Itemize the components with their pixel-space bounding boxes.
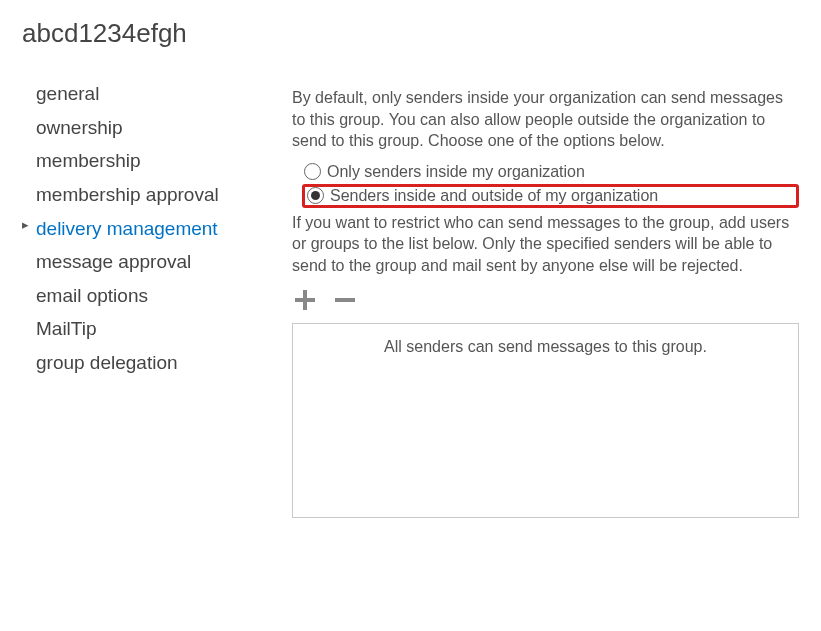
sidebar-item-group-delegation[interactable]: group delegation (22, 346, 252, 380)
svg-rect-1 (295, 298, 315, 302)
sidebar-item-delivery-management[interactable]: delivery management (22, 212, 252, 246)
radio-icon (304, 163, 321, 180)
page-title: abcd1234efgh (22, 18, 799, 49)
sidebar-item-label: general (36, 83, 99, 104)
remove-sender-button[interactable] (332, 287, 358, 313)
sender-scope-radio-group: Only senders inside my organization Send… (302, 160, 799, 208)
sidebar-item-membership-approval[interactable]: membership approval (22, 178, 252, 212)
radio-inside-outside[interactable]: Senders inside and outside of my organiz… (302, 184, 799, 208)
plus-icon (294, 289, 316, 311)
sidebar-item-label: MailTip (36, 318, 97, 339)
sidebar-nav: general ownership membership membership … (22, 77, 252, 518)
radio-label: Senders inside and outside of my organiz… (330, 187, 658, 205)
restrict-text: If you want to restrict who can send mes… (292, 212, 799, 277)
allowed-senders-listbox[interactable]: All senders can send messages to this gr… (292, 323, 799, 518)
svg-rect-2 (335, 298, 355, 302)
sidebar-item-label: delivery management (36, 218, 218, 239)
sidebar-item-membership[interactable]: membership (22, 144, 252, 178)
sidebar-item-label: group delegation (36, 352, 178, 373)
add-sender-button[interactable] (292, 287, 318, 313)
intro-text: By default, only senders inside your org… (292, 87, 799, 152)
main-content: By default, only senders inside your org… (292, 77, 799, 518)
sidebar-item-email-options[interactable]: email options (22, 279, 252, 313)
sidebar-item-message-approval[interactable]: message approval (22, 245, 252, 279)
sidebar-item-mailtip[interactable]: MailTip (22, 312, 252, 346)
sidebar-item-label: membership (36, 150, 141, 171)
minus-icon (334, 289, 356, 311)
radio-label: Only senders inside my organization (327, 163, 585, 181)
sender-list-toolbar (292, 287, 799, 313)
sidebar-item-label: ownership (36, 117, 123, 138)
sidebar-item-label: email options (36, 285, 148, 306)
sidebar-item-label: message approval (36, 251, 191, 272)
sidebar-item-ownership[interactable]: ownership (22, 111, 252, 145)
listbox-empty-text: All senders can send messages to this gr… (384, 338, 707, 355)
sidebar-item-label: membership approval (36, 184, 219, 205)
radio-icon (307, 187, 324, 204)
radio-inside-only[interactable]: Only senders inside my organization (302, 160, 799, 184)
sidebar-item-general[interactable]: general (22, 77, 252, 111)
